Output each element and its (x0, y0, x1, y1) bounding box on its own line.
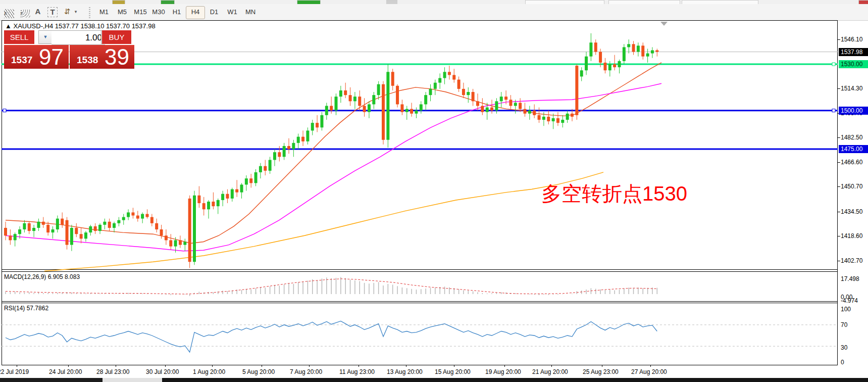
timeframe-button-h4[interactable]: H4 (186, 6, 205, 19)
time-tick-label: 11 Aug 23:00 (339, 368, 375, 375)
price-badge-1500-00: 1500.00 (839, 107, 868, 115)
time-tick-mark (116, 365, 116, 367)
timeframe-button-m30[interactable]: M30 (149, 6, 168, 18)
indicator-axis-label: 70 (841, 321, 868, 328)
sell-price-main: 1537 (11, 55, 32, 66)
time-tick-label: 24 Jul 20:00 (49, 368, 82, 375)
buy-price-pips: 39 (105, 44, 129, 70)
price-tick-mark (838, 186, 840, 187)
price-tick-label: 1450.70 (841, 183, 868, 190)
taskbar-segment (103, 378, 162, 382)
time-tick-mark (359, 365, 359, 367)
time-tick-mark (212, 365, 213, 367)
timeframe-button-d1[interactable]: D1 (205, 6, 223, 18)
buy-button[interactable]: BUY (102, 30, 131, 44)
indicator-axis-label: 100 (841, 306, 868, 313)
price-badge-1530-00: 1530.00 (839, 60, 868, 68)
time-tick-label: 27 Aug 20:00 (631, 368, 667, 375)
timeframe-button-m5[interactable]: M5 (113, 6, 131, 18)
time-tick-label: 7 Aug 20:00 (290, 368, 322, 375)
chart-annotation-text[interactable]: 多空转折点1530 (541, 180, 687, 208)
time-tick-mark (504, 365, 505, 367)
time-tick-mark (406, 365, 406, 367)
indicator-axis-label: 30 (841, 344, 868, 351)
price-tick-mark (838, 212, 840, 212)
macd-chart[interactable] (2, 272, 838, 301)
time-tick-label: 15 Aug 20:00 (435, 368, 471, 375)
timeframe-button-h1[interactable]: H1 (168, 6, 186, 18)
timeframe-button-mn[interactable]: MN (241, 6, 260, 18)
one-click-trading-panel: SELL ▼ ▲ BUY 1537 97 1538 39 (4, 30, 131, 69)
time-tick-mark (551, 365, 552, 367)
price-tick-label: 1482.50 (841, 134, 868, 141)
macd-label: MACD(12,26,9) 6.905 8.083 (4, 273, 80, 280)
time-tick-mark (165, 365, 166, 367)
timeframe-button-m15[interactable]: M15 (131, 6, 149, 18)
price-tick-mark (838, 137, 840, 138)
indicator-axis-label: 0 (841, 359, 868, 366)
scroll-to-end-marker[interactable] (660, 22, 668, 26)
taskbar-segment (162, 378, 868, 382)
toolbar: E F A T ⇵ ▾ M1M5M15M30H1H4D1W1MN (0, 4, 868, 21)
rsi-chart[interactable] (2, 303, 838, 365)
price-tick-mark (838, 236, 840, 236)
timeframe-group: M1M5M15M30H1H4D1W1MN (95, 6, 260, 19)
indicator-axis-label: -4.974 (841, 297, 868, 304)
rsi-label: RSI(14) 57.7862 (4, 305, 48, 312)
time-tick-label: 25 Aug 23:00 (583, 368, 619, 375)
time-tick-label: 22 Jul 2019 (0, 368, 29, 375)
price-badge-1475-00: 1475.00 (839, 145, 868, 153)
time-tick-label: 28 Jul 23:00 (96, 368, 129, 375)
time-tick-label: 19 Aug 20:00 (485, 368, 521, 375)
taskbar-segment (0, 378, 103, 382)
price-tick-label: 1418.60 (841, 232, 868, 240)
toolbar-separator (89, 7, 90, 18)
price-badge-1537-98: 1537.98 (839, 48, 868, 56)
arrows-icon[interactable]: ⇵ (63, 6, 72, 18)
time-tick-mark (309, 365, 310, 367)
price-tick-label: 1546.10 (841, 36, 868, 43)
time-tick-label: 1 Aug 20:00 (193, 368, 225, 375)
chart-title-ohlc: ▲ XAUUSD-,H4 1537.77 1538.10 1537.70 153… (5, 22, 156, 30)
time-tick-label: 21 Aug 20:00 (532, 368, 568, 375)
price-tick-label: 1434.50 (841, 208, 868, 215)
volume-input[interactable] (52, 30, 105, 45)
arrows-dropdown-caret[interactable]: ▾ (73, 6, 79, 18)
price-tick-mark (838, 261, 840, 261)
price-tick-mark (838, 162, 840, 163)
time-tick-mark (68, 365, 69, 367)
timeframe-button-m1[interactable]: M1 (95, 6, 113, 18)
time-tick-mark (650, 365, 651, 367)
sell-price-pips: 97 (39, 44, 64, 70)
chart-bottom-border (2, 365, 838, 365)
macd-rsi-divider[interactable] (2, 301, 838, 302)
buy-price-main: 1538 (77, 55, 98, 66)
time-tick-mark (454, 365, 454, 367)
price-tick-mark (838, 88, 840, 89)
volume-decrease-button[interactable]: ▼ (38, 30, 53, 44)
price-tick-label: 1402.70 (841, 257, 868, 264)
label-icon[interactable]: T (47, 7, 58, 17)
time-tick-mark (602, 365, 602, 367)
sell-button[interactable]: SELL (4, 30, 34, 44)
price-tick-mark (838, 39, 840, 40)
time-tick-mark (17, 365, 17, 367)
time-tick-label: 30 Jul 20:00 (146, 368, 179, 375)
sell-price-box[interactable]: 1537 97 (4, 45, 69, 69)
time-tick-mark (262, 365, 262, 367)
buy-price-box[interactable]: 1538 39 (70, 45, 134, 69)
mt4-window: E F A T ⇵ ▾ M1M5M15M30H1H4D1W1MN ▲ XAUUS… (0, 0, 868, 382)
time-tick-label: 5 Aug 20:00 (242, 368, 275, 375)
price-tick-label: 1466.60 (841, 159, 868, 166)
timeframe-button-w1[interactable]: W1 (223, 6, 241, 18)
price-tick-label: 1514.30 (841, 85, 868, 92)
time-tick-label: 13 Aug 20:00 (387, 368, 423, 375)
indicator-axis-label: 17.498 (841, 275, 868, 282)
text-icon[interactable]: A (33, 6, 42, 18)
